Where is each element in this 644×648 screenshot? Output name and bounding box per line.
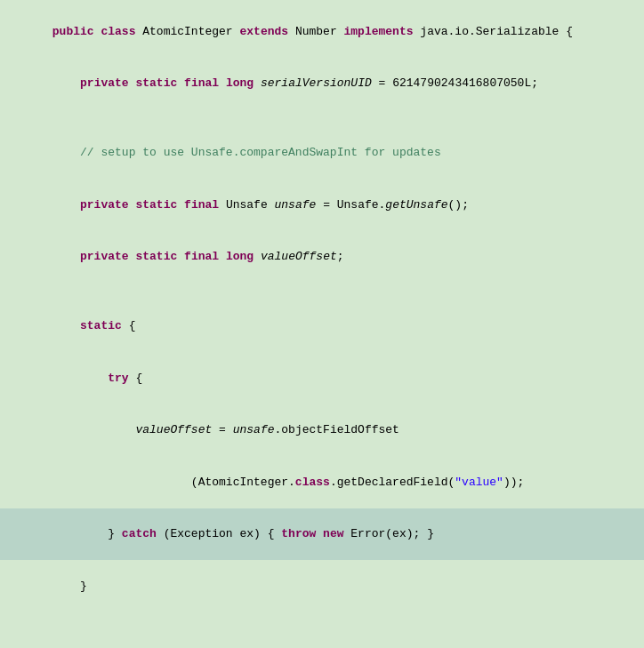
code-line-9: try { xyxy=(0,352,644,404)
code-line-4: // setup to use Unsafe.compareAndSwapInt… xyxy=(0,127,644,180)
code-line-10b: (AtomicInteger.class.getDeclaredField("v… xyxy=(0,456,644,508)
code-viewer: public class AtomicInteger extends Numbe… xyxy=(0,0,644,648)
code-line-10: valueOffset = unsafe.objectFieldOffset xyxy=(0,404,644,457)
code-line-3 xyxy=(0,109,644,127)
code-line-2: private static final long serialVersionU… xyxy=(0,58,644,110)
code-line-7 xyxy=(0,283,644,300)
code-line-1: public class AtomicInteger extends Numbe… xyxy=(0,5,644,58)
code-line-12: } xyxy=(0,560,644,612)
code-line-volatile: private volatile int value; xyxy=(0,629,644,648)
code-line-5: private static final Unsafe unsafe = Uns… xyxy=(0,179,644,231)
code-line-8: static { xyxy=(0,300,644,353)
code-line-6: private static final long valueOffset; xyxy=(0,231,644,284)
code-line-11: } catch (Exception ex) { throw new Error… xyxy=(0,508,644,561)
code-line-blank1 xyxy=(0,612,644,630)
